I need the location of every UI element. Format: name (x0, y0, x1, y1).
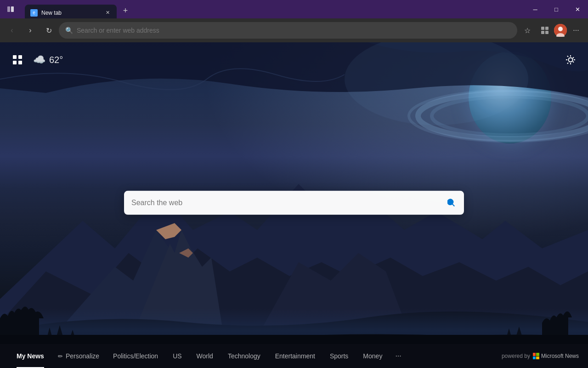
main-content: ☁️ 62° My News ✏ Personalize (0, 42, 588, 368)
svg-rect-0 (7, 6, 10, 12)
favorites-button[interactable]: ☆ (519, 22, 536, 39)
news-tab-politics[interactable]: Politics/Election (106, 344, 165, 368)
address-input[interactable] (77, 27, 511, 34)
page-settings-button[interactable] (562, 52, 579, 68)
search-container (124, 191, 464, 215)
news-bar: My News ✏ Personalize Politics/Election … (0, 344, 588, 368)
svg-rect-3 (545, 27, 548, 30)
more-dots-label: ··· (395, 352, 401, 360)
temperature-display: 62° (49, 55, 63, 65)
tab-favicon: e (30, 9, 38, 17)
news-tab-entertainment[interactable]: Entertainment (268, 344, 322, 368)
web-search-input[interactable] (131, 199, 442, 207)
entertainment-label: Entertainment (275, 352, 315, 360)
news-tab-world[interactable]: World (189, 344, 220, 368)
politics-label: Politics/Election (113, 352, 158, 360)
svg-point-12 (345, 42, 528, 125)
close-button[interactable]: ✕ (567, 0, 588, 18)
address-search-icon: 🔍 (65, 27, 73, 34)
search-submit-icon[interactable] (447, 198, 457, 207)
navigation-bar: ‹ › ↻ 🔍 ☆ ··· (0, 18, 588, 42)
profile-avatar[interactable] (554, 24, 567, 37)
personalize-label: Personalize (66, 352, 99, 360)
tab-close-button[interactable]: ✕ (104, 9, 111, 17)
svg-point-7 (558, 27, 563, 31)
svg-rect-20 (13, 61, 17, 64)
title-bar: e New tab ✕ + ─ □ ✕ (0, 0, 588, 18)
news-tab-us[interactable]: US (165, 344, 189, 368)
collections-button[interactable] (537, 22, 553, 39)
money-label: Money (363, 352, 382, 360)
svg-rect-21 (18, 61, 22, 64)
ms-logo-grid (533, 353, 539, 359)
back-button[interactable]: ‹ (4, 22, 20, 39)
powered-by-section: powered by Microsoft News (502, 353, 579, 359)
svg-rect-1 (11, 6, 14, 12)
tab-group: e New tab ✕ + (25, 0, 132, 18)
address-bar[interactable]: 🔍 (59, 22, 517, 39)
svg-rect-19 (18, 55, 22, 59)
window-controls: ─ □ ✕ (525, 0, 588, 18)
minimize-button[interactable]: ─ (525, 0, 546, 18)
microsoft-news-logo: Microsoft News (533, 353, 579, 359)
powered-by-text: powered by (502, 353, 530, 359)
svg-rect-2 (541, 27, 544, 30)
news-tab-my-news[interactable]: My News (9, 344, 51, 368)
ground-layer (0, 335, 588, 344)
microsoft-news-text: Microsoft News (541, 353, 579, 359)
nav-right-icons: ☆ ··· (519, 22, 584, 39)
news-more-button[interactable]: ··· (390, 344, 407, 368)
title-bar-left: e New tab ✕ + (0, 0, 525, 18)
svg-rect-5 (545, 31, 548, 34)
top-widgets: ☁️ 62° (9, 52, 63, 68)
apps-grid-button[interactable] (9, 52, 26, 68)
new-tab-button[interactable]: + (119, 4, 132, 17)
pencil-icon: ✏ (58, 353, 63, 360)
world-label: World (197, 352, 213, 360)
maximize-button[interactable]: □ (546, 0, 567, 18)
search-box[interactable] (124, 191, 464, 215)
us-label: US (173, 352, 181, 360)
sidebar-toggle-button[interactable] (0, 0, 21, 18)
weather-widget[interactable]: ☁️ 62° (33, 54, 63, 66)
news-tab-money[interactable]: Money (356, 344, 390, 368)
refresh-button[interactable]: ↻ (40, 22, 57, 39)
news-tab-personalize[interactable]: ✏ Personalize (51, 344, 106, 368)
more-options-button[interactable]: ··· (568, 22, 584, 39)
news-tab-sports[interactable]: Sports (322, 344, 356, 368)
tab-title: New tab (41, 10, 100, 16)
sports-label: Sports (330, 352, 348, 360)
technology-label: Technology (228, 352, 260, 360)
news-tab-technology[interactable]: Technology (220, 344, 268, 368)
weather-cloud-icon: ☁️ (33, 54, 45, 66)
svg-rect-18 (13, 55, 17, 59)
svg-rect-4 (541, 31, 544, 34)
forward-button[interactable]: › (22, 22, 39, 39)
my-news-label: My News (17, 352, 44, 360)
